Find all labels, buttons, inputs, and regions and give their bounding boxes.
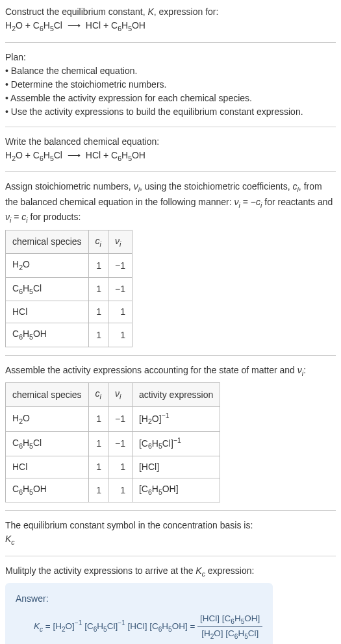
- table-header: chemical species: [6, 230, 89, 254]
- construct-equation: H2O + C6H5Cl HCl + C6H5OH: [5, 19, 336, 34]
- plan-item: • Balance the chemical equation.: [5, 64, 336, 78]
- table-row: H2O1−1: [6, 254, 133, 278]
- table-header: ci: [88, 230, 108, 254]
- table-header: activity expression: [132, 383, 220, 407]
- multiply-text: Mulitply the activity expressions to arr…: [5, 564, 336, 580]
- table-row: H2O1−1[H2O]−1: [6, 407, 220, 432]
- table-header: νi: [108, 383, 132, 407]
- plan-title: Plan:: [5, 51, 336, 64]
- table-row: C6H5Cl1−1: [6, 277, 133, 301]
- table-header: ci: [88, 383, 108, 407]
- stoich-text: Assign stoichiometric numbers, νi, using…: [5, 180, 336, 226]
- table-header: νi: [108, 230, 132, 254]
- symbol-value: Kc: [5, 532, 336, 548]
- plan-item: • Determine the stoichiometric numbers.: [5, 78, 336, 92]
- table-header: chemical species: [6, 383, 89, 407]
- symbol-text: The equilibrium constant symbol in the c…: [5, 519, 336, 532]
- plan-item: • Use the activity expressions to build …: [5, 105, 336, 119]
- answer-box: Answer: Kc = [H2O]−1 [C6H5Cl]−1 [HCl] [C…: [5, 583, 273, 644]
- table-row: C6H5OH11: [6, 323, 133, 347]
- answer-label: Answer:: [16, 592, 262, 606]
- answer-equation: Kc = [H2O]−1 [C6H5Cl]−1 [HCl] [C6H5OH] =…: [16, 612, 262, 641]
- balanced-equation: H2O + C6H5Cl HCl + C6H5OH: [5, 149, 336, 164]
- table-row: HCl11[HCl]: [6, 456, 220, 478]
- activity-text: Assemble the activity expressions accoun…: [5, 364, 336, 379]
- activity-table: chemical species ci νi activity expressi…: [5, 382, 220, 502]
- table-row: HCl11: [6, 301, 133, 323]
- plan-item: • Assemble the activity expression for e…: [5, 92, 336, 105]
- construct-prompt: Construct the equilibrium constant, K, e…: [5, 5, 336, 19]
- stoich-table: chemical species ci νi H2O1−1 C6H5Cl1−1 …: [5, 230, 133, 347]
- balanced-title: Write the balanced chemical equation:: [5, 135, 336, 149]
- table-row: C6H5OH11[C6H5OH]: [6, 478, 220, 502]
- table-row: C6H5Cl1−1[C6H5Cl]−1: [6, 432, 220, 456]
